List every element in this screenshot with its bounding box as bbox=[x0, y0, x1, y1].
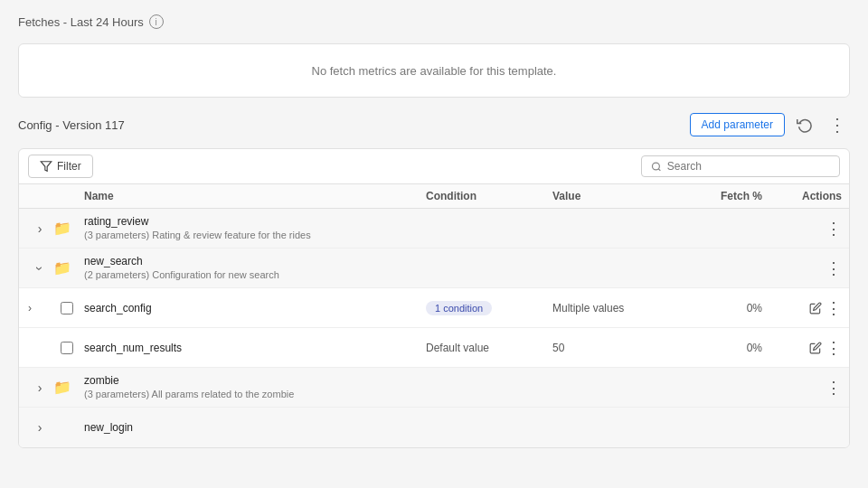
history-icon-button[interactable] bbox=[792, 112, 817, 137]
default-value-label: Default value bbox=[426, 342, 489, 354]
expand-spacer: › bbox=[26, 300, 53, 316]
fetches-empty-box: No fetch metrics are available for this … bbox=[18, 43, 850, 98]
table-row: › search_config 1 condition Multiple val… bbox=[19, 288, 849, 328]
row-more-button[interactable]: ⋮ bbox=[826, 298, 842, 318]
name-cell: rating_review (3 parameters) Rating & re… bbox=[80, 215, 426, 241]
param-name: zombie bbox=[84, 374, 426, 387]
fetch-pct-cell: 0% bbox=[697, 342, 769, 354]
name-cell: new_login bbox=[80, 421, 426, 434]
search-icon bbox=[651, 161, 662, 173]
more-vert-icon: ⋮ bbox=[828, 114, 846, 136]
value-cell: 50 bbox=[552, 342, 697, 354]
folder-icon: 📁 bbox=[53, 380, 71, 395]
condition-cell: Default value bbox=[426, 341, 552, 354]
header-fetch-pct: Fetch % bbox=[697, 190, 769, 202]
search-input[interactable] bbox=[667, 160, 830, 173]
search-box bbox=[641, 155, 840, 177]
param-desc: (2 parameters) Configuration for new sea… bbox=[84, 268, 426, 281]
filter-bar: Filter bbox=[19, 149, 849, 184]
table-header: Name Condition Value Fetch % Actions bbox=[19, 184, 849, 209]
svg-line-2 bbox=[658, 168, 660, 170]
config-title: Config - Version 117 bbox=[18, 118, 125, 132]
header-value: Value bbox=[552, 190, 697, 202]
folder-icon-cell: 📁 bbox=[53, 259, 80, 277]
value-cell: Multiple values bbox=[552, 302, 697, 314]
param-name: search_config bbox=[84, 302, 426, 314]
param-name: rating_review bbox=[84, 215, 426, 228]
table-row: search_num_results Default value 50 0% ⋮ bbox=[19, 328, 849, 368]
actions-cell: ⋮ bbox=[809, 298, 842, 318]
table-row: › new_login bbox=[19, 408, 849, 447]
param-name: new_search bbox=[84, 255, 426, 267]
edit-button[interactable] bbox=[809, 342, 822, 354]
page-container: Fetches - Last 24 Hours i No fetch metri… bbox=[0, 0, 868, 463]
params-table: Filter Name Condition Value Fetch % Acti… bbox=[18, 148, 850, 448]
filter-label: Filter bbox=[57, 160, 81, 173]
name-cell: new_search (2 parameters) Configuration … bbox=[80, 255, 426, 281]
expand-button[interactable]: › bbox=[26, 220, 53, 238]
more-options-button[interactable]: ⋮ bbox=[825, 112, 850, 137]
checkbox-cell bbox=[53, 342, 80, 354]
folder-icon: 📁 bbox=[53, 221, 71, 236]
name-cell: search_num_results bbox=[80, 342, 426, 354]
param-name: new_login bbox=[84, 421, 426, 434]
row-more-button[interactable]: ⋮ bbox=[826, 338, 842, 358]
table-row: › 📁 new_search (2 parameters) Configurat… bbox=[19, 249, 849, 288]
condition-cell: 1 condition bbox=[426, 301, 552, 315]
actions-cell: ⋮ bbox=[826, 258, 842, 278]
param-name: search_num_results bbox=[84, 342, 426, 354]
row-checkbox[interactable] bbox=[61, 302, 73, 314]
edit-button[interactable] bbox=[809, 302, 822, 314]
folder-icon: 📁 bbox=[53, 260, 71, 276]
row-more-button[interactable]: ⋮ bbox=[826, 378, 842, 398]
param-desc: (3 parameters) Rating & review feature f… bbox=[84, 229, 426, 241]
pencil-icon bbox=[809, 302, 822, 314]
row-more-button[interactable]: ⋮ bbox=[826, 258, 842, 278]
fetches-empty-message: No fetch metrics are available for this … bbox=[312, 64, 557, 78]
table-row: › 📁 zombie (3 parameters) All params rel… bbox=[19, 368, 849, 408]
row-more-button[interactable]: ⋮ bbox=[826, 219, 842, 239]
checkbox-cell bbox=[53, 302, 80, 314]
actions-cell: ⋮ bbox=[826, 378, 842, 398]
history-icon bbox=[797, 117, 813, 133]
header-condition: Condition bbox=[426, 190, 552, 202]
folder-icon-cell: 📁 bbox=[53, 379, 80, 396]
fetches-title: Fetches - Last 24 Hours bbox=[18, 15, 144, 29]
name-cell: zombie (3 parameters) All params related… bbox=[80, 374, 426, 400]
svg-marker-0 bbox=[41, 162, 52, 172]
actions-cell: ⋮ bbox=[826, 219, 842, 239]
table-row: › 📁 rating_review (3 parameters) Rating … bbox=[19, 209, 849, 249]
expand-button[interactable]: › bbox=[31, 255, 49, 282]
condition-badge: 1 condition bbox=[426, 301, 492, 315]
info-icon[interactable]: i bbox=[149, 14, 164, 29]
expand-button[interactable]: › bbox=[26, 379, 53, 397]
name-cell: search_config bbox=[80, 302, 426, 314]
row-checkbox[interactable] bbox=[61, 342, 73, 354]
filter-icon bbox=[40, 160, 52, 173]
folder-icon-cell: 📁 bbox=[53, 220, 80, 237]
header-actions: Actions bbox=[802, 190, 842, 202]
add-parameter-button[interactable]: Add parameter bbox=[690, 113, 785, 136]
filter-button[interactable]: Filter bbox=[28, 155, 93, 178]
svg-point-1 bbox=[652, 163, 659, 170]
fetches-header: Fetches - Last 24 Hours i bbox=[18, 14, 850, 29]
pencil-icon bbox=[809, 342, 822, 354]
toolbar-right: Add parameter ⋮ bbox=[690, 112, 850, 137]
expand-button[interactable]: › bbox=[26, 418, 53, 436]
expand-button[interactable]: › bbox=[26, 300, 33, 316]
param-desc: (3 parameters) All params related to the… bbox=[84, 388, 426, 400]
fetch-pct-cell: 0% bbox=[697, 302, 769, 314]
header-name: Name bbox=[80, 190, 426, 202]
config-toolbar: Config - Version 117 Add parameter ⋮ bbox=[18, 112, 850, 137]
actions-cell: ⋮ bbox=[809, 338, 842, 358]
